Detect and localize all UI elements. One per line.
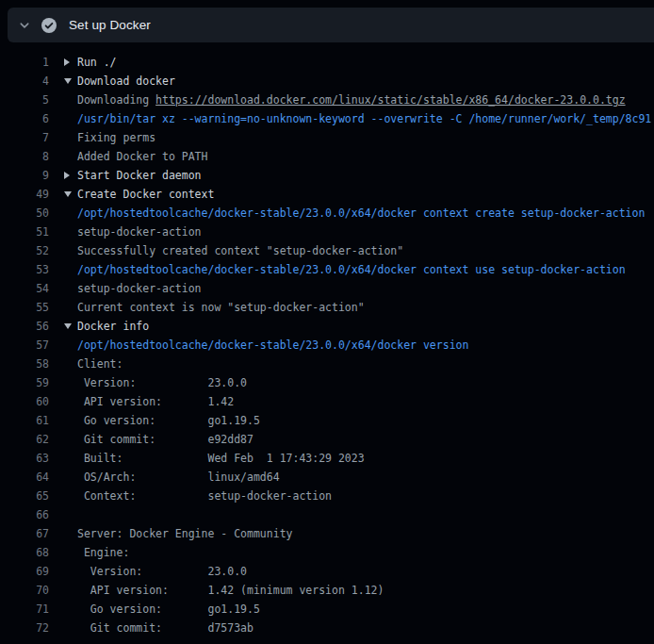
triangle-right-icon: [64, 166, 77, 185]
log-text-segment: Git commit: d7573ab: [77, 621, 253, 635]
line-number[interactable]: 1: [0, 53, 49, 72]
command-text: /usr/bin/tar xz --warning=no-unknown-key…: [64, 109, 651, 128]
command-text: /opt/hostedtoolcache/docker-stable/23.0.…: [64, 336, 468, 355]
log-group-header[interactable]: Start Docker daemon: [64, 166, 202, 185]
log-text-segment: Downloading: [77, 93, 155, 107]
log-group-row: 9Start Docker daemon: [0, 166, 654, 185]
group-title: Docker info: [77, 320, 149, 333]
log-text: API version: 1.42: [64, 392, 234, 411]
command-text: /opt/hostedtoolcache/docker-stable/23.0.…: [64, 260, 626, 279]
line-number[interactable]: 57: [0, 336, 49, 355]
triangle-down-icon: [64, 317, 77, 336]
log-text-segment: Engine:: [77, 546, 129, 559]
log-line: 51setup-docker-action: [0, 223, 654, 241]
log-group-header[interactable]: Download docker: [64, 72, 175, 91]
chevron-down-icon[interactable]: [19, 20, 30, 31]
line-number[interactable]: 5: [0, 91, 49, 109]
log-text-segment: API version: 1.42: [77, 395, 234, 408]
line-number[interactable]: 71: [0, 600, 49, 619]
log-text-segment: setup-docker-action: [77, 225, 202, 239]
step-title: Set up Docker: [69, 18, 151, 32]
log-line: 60 API version: 1.42: [0, 392, 654, 411]
step-header[interactable]: Set up Docker: [8, 8, 654, 42]
triangle-down-icon: [64, 185, 77, 204]
line-number[interactable]: 63: [0, 449, 49, 468]
line-number[interactable]: 68: [0, 543, 49, 562]
line-number[interactable]: 69: [0, 562, 49, 581]
log-text-segment: Server: Docker Engine - Community: [77, 527, 292, 540]
line-number[interactable]: 60: [0, 392, 49, 411]
line-number[interactable]: 58: [0, 355, 49, 373]
log-text: Context: setup-docker-action: [64, 487, 332, 505]
log-text: Go version: go1.19.5: [64, 600, 260, 619]
line-number[interactable]: 66: [0, 505, 49, 524]
line-number[interactable]: 4: [0, 72, 49, 91]
line-number[interactable]: 9: [0, 166, 49, 185]
log-line: 67Server: Docker Engine - Community: [0, 524, 654, 543]
log-lines: 1Run ./4Download docker5Downloading http…: [0, 42, 654, 637]
log-line: 7Fixing perms: [0, 128, 654, 147]
log-text-segment: /usr/bin/tar xz --warning=no-unknown-key…: [77, 112, 651, 125]
log-text: OS/Arch: linux/amd64: [64, 468, 280, 487]
line-number[interactable]: 7: [0, 128, 49, 147]
log-line: 59 Version: 23.0.0: [0, 373, 654, 392]
log-line: 62 Git commit: e92dd87: [0, 430, 654, 449]
line-number[interactable]: 62: [0, 430, 49, 449]
line-number[interactable]: 54: [0, 279, 49, 298]
log-line: 57/opt/hostedtoolcache/docker-stable/23.…: [0, 336, 654, 355]
group-title: Download docker: [77, 74, 175, 88]
log-text-segment: /opt/hostedtoolcache/docker-stable/23.0.…: [77, 339, 468, 352]
log-text-segment: /opt/hostedtoolcache/docker-stable/23.0.…: [77, 263, 626, 276]
log-line: 66: [0, 505, 654, 524]
line-number[interactable]: 50: [0, 204, 49, 223]
group-title: Start Docker daemon: [77, 169, 202, 182]
log-text: Successfully created context "setup-dock…: [64, 241, 403, 260]
log-text-segment: API version: 1.42 (minimum version 1.12): [77, 584, 384, 597]
log-text-segment: Version: 23.0.0: [77, 565, 247, 578]
log-group-row: 49Create Docker context: [0, 185, 654, 204]
log-text: Server: Docker Engine - Community: [64, 524, 292, 543]
line-number[interactable]: 56: [0, 317, 49, 336]
command-text: /opt/hostedtoolcache/docker-stable/23.0.…: [64, 204, 645, 223]
log-text: Built: Wed Feb 1 17:43:29 2023: [64, 449, 365, 468]
line-number[interactable]: 67: [0, 524, 49, 543]
line-number[interactable]: 49: [0, 185, 49, 204]
log-group-header[interactable]: Create Docker context: [64, 185, 214, 204]
download-url-link[interactable]: https://download.docker.com/linux/static…: [155, 93, 626, 107]
line-number[interactable]: 53: [0, 260, 49, 279]
log-line: 53/opt/hostedtoolcache/docker-stable/23.…: [0, 260, 654, 279]
log-line: 8Added Docker to PATH: [0, 147, 654, 166]
line-number[interactable]: 55: [0, 298, 49, 317]
log-text-segment: Added Docker to PATH: [77, 150, 207, 163]
log-text: Go version: go1.19.5: [64, 411, 260, 430]
log-line: 69 Version: 23.0.0: [0, 562, 654, 581]
line-number[interactable]: 51: [0, 223, 49, 241]
log-line: 64 OS/Arch: linux/amd64: [0, 468, 654, 487]
log-text: setup-docker-action: [64, 223, 202, 241]
line-number[interactable]: 61: [0, 411, 49, 430]
line-number[interactable]: 6: [0, 109, 49, 128]
log-line: 50/opt/hostedtoolcache/docker-stable/23.…: [0, 204, 654, 223]
line-number[interactable]: 8: [0, 147, 49, 166]
log-text-segment: Fixing perms: [77, 131, 155, 144]
log-group-row: 4Download docker: [0, 72, 654, 91]
log-line: 61 Go version: go1.19.5: [0, 411, 654, 430]
log-text-segment: Current context is now "setup-docker-act…: [77, 301, 365, 314]
log-group-header[interactable]: Docker info: [64, 317, 149, 336]
log-text-segment: /opt/hostedtoolcache/docker-stable/23.0.…: [77, 206, 645, 220]
log-line: 58Client:: [0, 355, 654, 373]
line-number[interactable]: 65: [0, 487, 49, 505]
log-line: 5Downloading https://download.docker.com…: [0, 91, 654, 109]
triangle-right-icon: [64, 53, 77, 72]
log-text-segment: Go version: go1.19.5: [77, 414, 260, 427]
log-text: [64, 505, 77, 524]
line-number[interactable]: 72: [0, 619, 49, 637]
line-number[interactable]: 59: [0, 373, 49, 392]
line-number[interactable]: 70: [0, 581, 49, 600]
log-group-header[interactable]: Run ./: [64, 53, 117, 72]
line-number[interactable]: 64: [0, 468, 49, 487]
log-text: Version: 23.0.0: [64, 373, 247, 392]
triangle-down-icon: [64, 72, 77, 91]
line-number[interactable]: 52: [0, 241, 49, 260]
log-text-segment: Context: setup-docker-action: [77, 489, 332, 503]
